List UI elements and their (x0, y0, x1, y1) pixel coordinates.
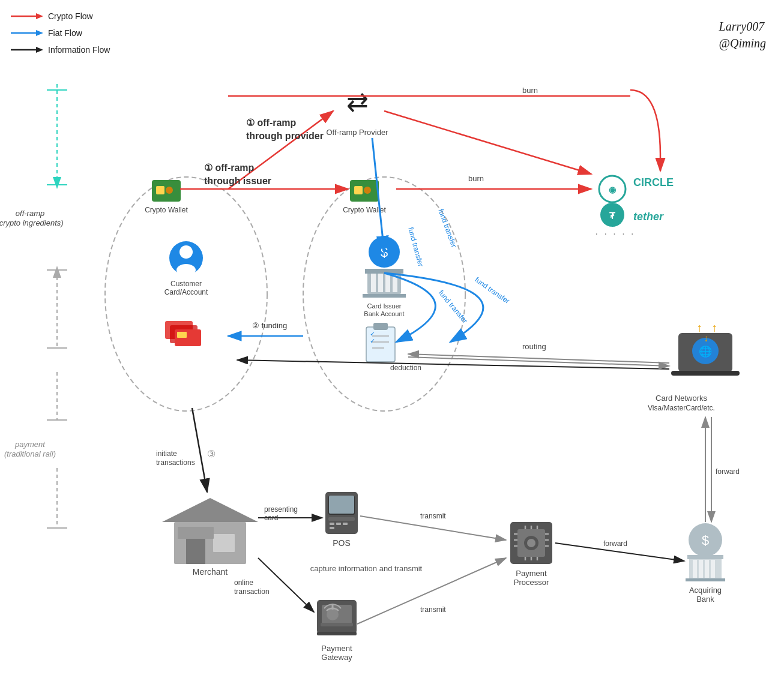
svg-text:transmit: transmit (420, 605, 446, 614)
svg-text:card: card (264, 514, 278, 522)
svg-rect-95 (329, 496, 354, 514)
svg-text:Acquiring: Acquiring (689, 586, 722, 595)
svg-point-58 (176, 264, 196, 276)
svg-rect-97 (330, 523, 334, 525)
svg-text:through provider: through provider (246, 131, 324, 141)
svg-rect-91 (178, 527, 214, 539)
svg-text:tether: tether (633, 211, 664, 223)
svg-text:↑: ↑ (711, 321, 717, 334)
svg-rect-96 (328, 517, 355, 521)
svg-text:fund transfer: fund transfer (473, 275, 511, 305)
svg-text:⇄: ⇄ (346, 87, 369, 116)
svg-text:(traditional rail): (traditional rail) (4, 449, 56, 458)
svg-text:transactions: transactions (156, 458, 195, 467)
svg-rect-76 (365, 269, 403, 274)
svg-text:₮: ₮ (609, 211, 616, 221)
svg-text:Bank: Bank (696, 595, 714, 604)
svg-text:CIRCLE: CIRCLE (633, 176, 674, 188)
svg-text:(crypto ingredients): (crypto ingredients) (0, 218, 64, 227)
svg-text:forward: forward (603, 539, 627, 548)
svg-text:↓: ↓ (704, 333, 708, 343)
svg-text:burn: burn (468, 174, 484, 183)
svg-text:initiate: initiate (156, 449, 177, 458)
svg-rect-100 (330, 527, 334, 529)
svg-text:✓: ✓ (370, 330, 375, 337)
svg-rect-90 (213, 534, 235, 552)
svg-text:Bank Account: Bank Account (364, 310, 404, 317)
svg-text:Customer: Customer (170, 280, 202, 288)
svg-text:through issuer: through issuer (204, 176, 271, 186)
svg-text:Visa/MasterCard/etc.: Visa/MasterCard/etc. (648, 404, 715, 412)
svg-rect-99 (343, 523, 348, 525)
svg-text:· · · · ·: · · · · · (595, 229, 635, 239)
svg-text:transmit: transmit (420, 512, 446, 520)
svg-rect-72 (371, 273, 376, 292)
svg-rect-133 (711, 560, 715, 578)
svg-text:Merchant: Merchant (193, 567, 228, 577)
svg-text:online: online (234, 578, 253, 587)
svg-point-57 (179, 245, 193, 259)
svg-rect-98 (336, 523, 341, 525)
svg-text:🌐: 🌐 (699, 345, 713, 358)
svg-rect-106 (317, 632, 357, 635)
svg-text:forward: forward (716, 467, 740, 476)
svg-point-67 (364, 187, 371, 194)
svg-rect-132 (705, 560, 709, 578)
svg-text:Payment: Payment (321, 644, 352, 653)
svg-marker-19 (53, 177, 61, 189)
svg-text:✓: ✓ (370, 337, 375, 344)
svg-rect-66 (354, 186, 363, 194)
svg-text:deduction: deduction (390, 364, 421, 372)
svg-text:② funding: ② funding (252, 321, 287, 330)
main-diagram: off-ramp (crypto ingredients) payment (t… (0, 0, 784, 675)
svg-text:fund transfer: fund transfer (437, 289, 469, 325)
svg-text:① off-ramp: ① off-ramp (246, 118, 297, 128)
svg-rect-77 (363, 294, 406, 298)
svg-rect-81 (373, 323, 388, 330)
svg-text:① off-ramp: ① off-ramp (204, 163, 255, 173)
svg-text:◉: ◉ (609, 185, 617, 194)
svg-rect-135 (686, 578, 725, 581)
svg-text:POS: POS (333, 538, 351, 548)
svg-rect-131 (699, 560, 703, 578)
svg-text:$: $ (702, 533, 709, 548)
svg-text:Card Networks: Card Networks (656, 394, 707, 403)
svg-text:Off-ramp Provider: Off-ramp Provider (326, 128, 388, 137)
svg-text:↑: ↑ (696, 321, 702, 334)
svg-text:Card Issuer: Card Issuer (367, 302, 402, 310)
svg-text:fund transfer: fund transfer (436, 208, 458, 248)
svg-text:Card/Account: Card/Account (164, 288, 208, 296)
svg-point-54 (166, 187, 173, 194)
svg-text:burn: burn (522, 86, 538, 95)
svg-rect-73 (378, 273, 383, 292)
svg-rect-74 (385, 273, 390, 292)
svg-text:transaction: transaction (234, 587, 270, 596)
svg-rect-64 (177, 332, 187, 338)
svg-rect-134 (687, 555, 723, 559)
svg-rect-53 (156, 186, 164, 194)
svg-text:presenting: presenting (264, 505, 298, 514)
svg-text:Gateway: Gateway (321, 653, 352, 662)
svg-text:capture information and transm: capture information and transmit (310, 564, 423, 573)
svg-rect-44 (671, 371, 740, 376)
svg-marker-87 (162, 498, 258, 522)
svg-rect-105 (321, 623, 353, 626)
svg-point-112 (527, 539, 535, 547)
svg-text:payment: payment (14, 440, 46, 449)
svg-text:Crypto Wallet: Crypto Wallet (145, 206, 188, 214)
svg-text:Payment: Payment (516, 569, 547, 578)
svg-marker-25 (53, 266, 61, 278)
svg-text:③: ③ (207, 449, 216, 459)
svg-text:off-ramp: off-ramp (16, 209, 44, 218)
svg-text:fund transfer: fund transfer (406, 226, 425, 268)
svg-text:Processor: Processor (514, 578, 549, 587)
svg-text:routing: routing (522, 342, 546, 351)
svg-rect-130 (693, 560, 697, 578)
